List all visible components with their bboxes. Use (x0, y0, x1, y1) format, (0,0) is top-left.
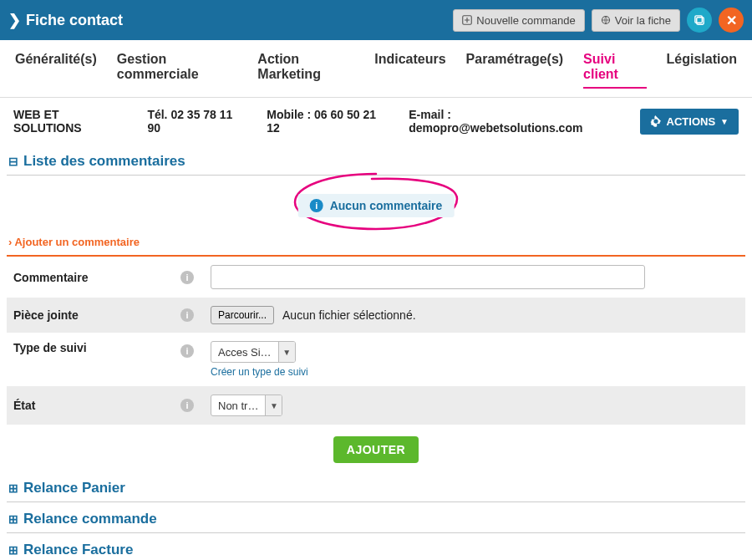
chevron-down-icon: ▼ (720, 117, 729, 126)
close-icon: ✕ (726, 13, 737, 28)
info-icon: i (310, 199, 323, 212)
alert-no-comment-text: Aucun commentaire (330, 199, 443, 212)
tab-generalites[interactable]: Généralité(s) (15, 52, 97, 89)
comment-input-cell (211, 265, 739, 289)
attachment-input-cell: Parcourir... Aucun fichier sélectionné. (211, 306, 739, 324)
help-icon[interactable]: i (180, 271, 194, 284)
type-label: Type de suivi (13, 341, 180, 354)
chevron-down-icon: ▼ (278, 342, 295, 362)
browse-button[interactable]: Parcourir... (211, 306, 274, 324)
tab-suivi-client[interactable]: Suivi client (583, 52, 646, 89)
submit-row: AJOUTER (7, 425, 745, 471)
state-select[interactable]: Non tr… ▼ (211, 395, 282, 416)
row-attachment: Pièce jointe i Parcourir... Aucun fichie… (7, 298, 745, 333)
header-right: Nouvelle commande Voir la fiche ✕ (453, 8, 744, 33)
panel-comments-list-label: Liste des commentaires (23, 153, 185, 170)
expand-up-icon: ⊞ (8, 543, 18, 557)
tab-parametrages[interactable]: Paramétrage(s) (466, 52, 564, 89)
expand-up-icon: ⊞ (8, 481, 18, 495)
close-button[interactable]: ✕ (719, 8, 744, 33)
no-file-text: Aucun fichier sélectionné. (282, 308, 416, 322)
view-record-label: Voir la fiche (615, 14, 671, 27)
chevron-down-icon: ▼ (265, 395, 282, 415)
panel-relance-commande[interactable]: ⊞ Relance commande (7, 502, 745, 533)
new-order-label: Nouvelle commande (476, 14, 576, 27)
actions-dropdown-button[interactable]: ACTIONS ▼ (640, 109, 739, 135)
help-icon[interactable]: i (180, 344, 194, 358)
contact-tel: Tél. 02 35 78 11 90 (147, 108, 243, 135)
actions-label: ACTIONS (667, 115, 716, 128)
page-title: Fiche contact (26, 12, 123, 29)
comment-label: Commentaire (13, 271, 180, 284)
alert-no-comment: i Aucun commentaire (298, 194, 455, 217)
state-cell: Non tr… ▼ (211, 395, 739, 416)
state-select-value: Non tr… (211, 397, 265, 415)
help-icon[interactable]: i (180, 308, 194, 322)
tab-legislation[interactable]: Législation (667, 52, 737, 89)
gear-icon (650, 115, 662, 127)
tab-gestion-commerciale[interactable]: Gestion commerciale (117, 52, 238, 89)
content: ⊟ Liste des commentaires i Aucun comment… (0, 145, 752, 560)
panel-relance-commande-label: Relance commande (23, 511, 157, 527)
plus-square-icon (462, 15, 472, 25)
type-select-value: Acces Si… (211, 344, 278, 361)
collapse-down-icon: ⊟ (8, 155, 18, 168)
contact-email: E-mail : demopro@webetsolutions.com (409, 108, 616, 135)
attachment-label: Pièce jointe (13, 308, 180, 322)
add-button[interactable]: AJOUTER (333, 436, 419, 463)
add-comment-section-title: › Ajouter un commentaire (7, 231, 745, 257)
row-type: Type de suivi i Acces Si… ▼ Créer un typ… (7, 333, 745, 386)
tab-action-marketing[interactable]: Action Marketing (257, 52, 354, 89)
panel-relance-facture-label: Relance Facture (23, 542, 133, 558)
row-state: État i Non tr… ▼ (7, 386, 745, 425)
header-left: ❯ Fiche contact (8, 11, 123, 29)
type-cell: Acces Si… ▼ Créer un type de suivi (211, 341, 739, 378)
chevron-right-icon: ❯ (8, 11, 21, 29)
comment-input[interactable] (211, 265, 645, 289)
no-comment-area: i Aucun commentaire (7, 186, 745, 226)
globe-icon (601, 15, 611, 25)
company-name: WEB ET SOLUTIONS (13, 108, 124, 135)
help-icon[interactable]: i (180, 399, 194, 412)
copy-icon (694, 14, 706, 27)
expand-up-icon: ⊞ (8, 512, 18, 526)
view-record-button[interactable]: Voir la fiche (592, 9, 680, 32)
top-header: ❯ Fiche contact Nouvelle commande Voir l… (0, 0, 752, 40)
state-label: État (13, 399, 180, 412)
create-type-link[interactable]: Créer un type de suivi (211, 366, 308, 378)
add-comment-form: Commentaire i Pièce jointe i Parcourir..… (7, 257, 745, 425)
panel-comments-list[interactable]: ⊟ Liste des commentaires (7, 145, 745, 176)
panel-relance-panier-label: Relance Panier (23, 480, 125, 496)
panel-relance-panier[interactable]: ⊞ Relance Panier (7, 471, 745, 502)
contact-mobile: Mobile : 06 60 50 21 12 (267, 108, 385, 135)
new-order-button[interactable]: Nouvelle commande (453, 9, 585, 32)
type-select[interactable]: Acces Si… ▼ (211, 341, 296, 363)
row-comment: Commentaire i (7, 257, 745, 298)
contact-info-bar: WEB ET SOLUTIONS Tél. 02 35 78 11 90 Mob… (0, 98, 752, 145)
tab-bar: Généralité(s) Gestion commerciale Action… (0, 40, 752, 98)
copy-button[interactable] (687, 8, 712, 33)
panel-relance-facture[interactable]: ⊞ Relance Facture (7, 533, 745, 560)
tab-indicateurs[interactable]: Indicateurs (374, 52, 445, 89)
